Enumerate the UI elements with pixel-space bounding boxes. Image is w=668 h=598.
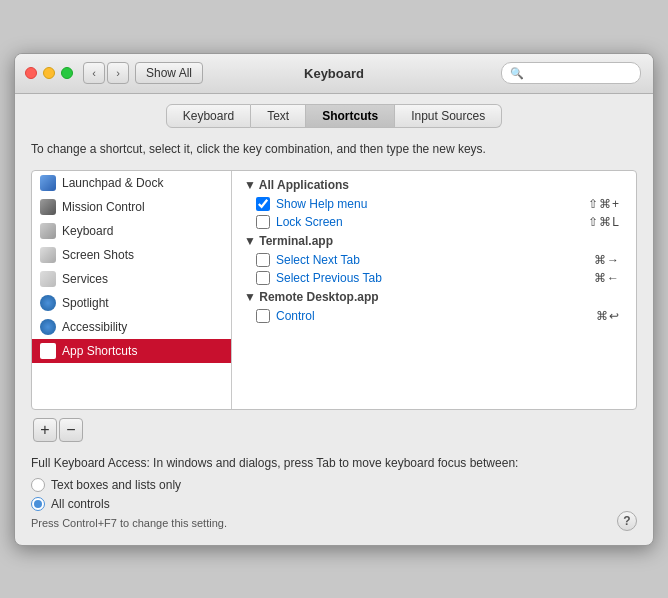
lock-screen-name: Lock Screen bbox=[276, 215, 588, 229]
show-help-keys: ⇧⌘+ bbox=[588, 197, 620, 211]
tab-shortcuts[interactable]: Shortcuts bbox=[306, 104, 395, 128]
sidebar: Launchpad & Dock Mission Control Keyboar… bbox=[32, 171, 232, 409]
prev-tab-name: Select Previous Tab bbox=[276, 271, 594, 285]
search-icon: 🔍 bbox=[510, 67, 524, 80]
control-name: Control bbox=[276, 309, 596, 323]
shortcut-row-control[interactable]: Control ⌘↩ bbox=[232, 307, 636, 325]
description-text: To change a shortcut, select it, click t… bbox=[31, 140, 637, 158]
bottom-buttons: + − bbox=[33, 418, 637, 442]
shortcut-row-show-help[interactable]: Show Help menu ⇧⌘+ bbox=[232, 195, 636, 213]
tab-keyboard[interactable]: Keyboard bbox=[166, 104, 251, 128]
keyboard-icon bbox=[40, 223, 56, 239]
sidebar-label-screenshots: Screen Shots bbox=[62, 248, 134, 262]
shortcut-row-prev-tab[interactable]: Select Previous Tab ⌘← bbox=[232, 269, 636, 287]
group-header-terminal: ▼ Terminal.app bbox=[232, 231, 636, 251]
sidebar-label-keyboard: Keyboard bbox=[62, 224, 113, 238]
sidebar-label-services: Services bbox=[62, 272, 108, 286]
remove-shortcut-button[interactable]: − bbox=[59, 418, 83, 442]
radio-all-controls-label: All controls bbox=[51, 497, 110, 511]
sidebar-label-accessibility: Accessibility bbox=[62, 320, 127, 334]
radio-option-all-controls[interactable]: All controls bbox=[31, 497, 637, 511]
lock-screen-checkbox[interactable] bbox=[256, 215, 270, 229]
screenshots-icon bbox=[40, 247, 56, 263]
radio-text-boxes[interactable] bbox=[31, 478, 45, 492]
accessibility-icon bbox=[40, 319, 56, 335]
titlebar: ‹ › Show All Keyboard 🔍 bbox=[15, 54, 653, 94]
lock-screen-keys: ⇧⌘L bbox=[588, 215, 620, 229]
full-keyboard-section: Full Keyboard Access: In windows and dia… bbox=[31, 456, 637, 529]
traffic-lights bbox=[25, 67, 73, 79]
nav-buttons: ‹ › bbox=[83, 62, 129, 84]
help-button[interactable]: ? bbox=[617, 511, 637, 531]
radio-all-controls[interactable] bbox=[31, 497, 45, 511]
add-shortcut-button[interactable]: + bbox=[33, 418, 57, 442]
launchpad-icon bbox=[40, 175, 56, 191]
sidebar-item-keyboard[interactable]: Keyboard bbox=[32, 219, 231, 243]
show-help-name: Show Help menu bbox=[276, 197, 588, 211]
back-button[interactable]: ‹ bbox=[83, 62, 105, 84]
window-title: Keyboard bbox=[304, 66, 364, 81]
services-icon bbox=[40, 271, 56, 287]
prev-tab-keys: ⌘← bbox=[594, 271, 620, 285]
keyboard-window: ‹ › Show All Keyboard 🔍 Keyboard Text Sh… bbox=[14, 53, 654, 546]
show-help-checkbox[interactable] bbox=[256, 197, 270, 211]
show-all-button[interactable]: Show All bbox=[135, 62, 203, 84]
minimize-button[interactable] bbox=[43, 67, 55, 79]
forward-button[interactable]: › bbox=[107, 62, 129, 84]
group-header-all-apps: ▼ All Applications bbox=[232, 175, 636, 195]
appshortcuts-icon bbox=[40, 343, 56, 359]
sidebar-item-services[interactable]: Services bbox=[32, 267, 231, 291]
spotlight-icon bbox=[40, 295, 56, 311]
tab-input-sources[interactable]: Input Sources bbox=[395, 104, 502, 128]
shortcut-row-lock-screen[interactable]: Lock Screen ⇧⌘L bbox=[232, 213, 636, 231]
shortcuts-panel: ▼ All Applications Show Help menu ⇧⌘+ Lo… bbox=[232, 171, 636, 409]
sidebar-item-spotlight[interactable]: Spotlight bbox=[32, 291, 231, 315]
control-checkbox[interactable] bbox=[256, 309, 270, 323]
tab-text[interactable]: Text bbox=[251, 104, 306, 128]
mission-icon bbox=[40, 199, 56, 215]
sidebar-label-mission: Mission Control bbox=[62, 200, 145, 214]
sidebar-label-spotlight: Spotlight bbox=[62, 296, 109, 310]
radio-option-text-boxes[interactable]: Text boxes and lists only bbox=[31, 478, 637, 492]
sidebar-item-accessibility[interactable]: Accessibility bbox=[32, 315, 231, 339]
sidebar-label-appshortcuts: App Shortcuts bbox=[62, 344, 137, 358]
control-keys: ⌘↩ bbox=[596, 309, 620, 323]
maximize-button[interactable] bbox=[61, 67, 73, 79]
sidebar-item-mission[interactable]: Mission Control bbox=[32, 195, 231, 219]
close-button[interactable] bbox=[25, 67, 37, 79]
main-area: Launchpad & Dock Mission Control Keyboar… bbox=[31, 170, 637, 410]
full-keyboard-label: Full Keyboard Access: In windows and dia… bbox=[31, 456, 637, 470]
sidebar-item-launchpad[interactable]: Launchpad & Dock bbox=[32, 171, 231, 195]
next-tab-checkbox[interactable] bbox=[256, 253, 270, 267]
radio-text-boxes-label: Text boxes and lists only bbox=[51, 478, 181, 492]
next-tab-name: Select Next Tab bbox=[276, 253, 594, 267]
sidebar-item-screenshots[interactable]: Screen Shots bbox=[32, 243, 231, 267]
sidebar-item-appshortcuts[interactable]: App Shortcuts bbox=[32, 339, 231, 363]
shortcut-row-next-tab[interactable]: Select Next Tab ⌘→ bbox=[232, 251, 636, 269]
search-box[interactable]: 🔍 bbox=[501, 62, 641, 84]
sidebar-label-launchpad: Launchpad & Dock bbox=[62, 176, 163, 190]
next-tab-keys: ⌘→ bbox=[594, 253, 620, 267]
tabs-bar: Keyboard Text Shortcuts Input Sources bbox=[31, 104, 637, 128]
hint-text: Press Control+F7 to change this setting. bbox=[31, 517, 637, 529]
content-area: Keyboard Text Shortcuts Input Sources To… bbox=[15, 94, 653, 545]
prev-tab-checkbox[interactable] bbox=[256, 271, 270, 285]
group-header-remote: ▼ Remote Desktop.app bbox=[232, 287, 636, 307]
search-input[interactable] bbox=[527, 66, 632, 80]
